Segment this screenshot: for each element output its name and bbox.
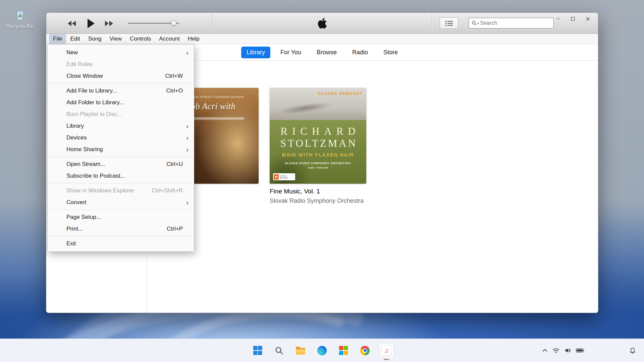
album2-green-band: RICHARD STOLTZMAN MAID WITH FLAXEN HAIR … [270,120,366,184]
battery-icon [576,348,584,353]
rewind-button[interactable] [65,19,78,28]
start-button[interactable] [250,343,265,358]
menu-item-convert[interactable]: Convert › [48,196,194,208]
taskbar-search-button[interactable] [271,343,287,358]
album2-performer-line1: RICHARD [270,125,366,137]
wifi-button[interactable] [552,348,559,353]
recycle-bin-icon: ♻ [13,7,27,21]
submenu-chevron-icon: › [186,196,189,208]
menu-item-subscribe-to-podcast[interactable]: Subscribe to Podcast... [48,170,194,182]
microsoft-store-icon [339,346,348,355]
search-box[interactable]: ▾ [469,18,554,28]
close-button[interactable] [582,14,593,23]
play-button[interactable] [84,17,98,30]
menu-separator [48,83,194,83]
edge-button[interactable] [314,343,330,358]
microsoft-store-button[interactable] [336,343,351,358]
menu-song[interactable]: Song [84,34,106,44]
chrome-icon [360,346,370,355]
album2-title-line: MAID WITH FLAXEN HAIR [270,152,366,158]
volume-slider-knob[interactable] [171,20,176,26]
menu-item-show-in-windows-explorer: Show in Windows Explorer Ctrl+Shift+R [48,185,194,196]
minimize-button[interactable] [552,14,564,23]
album2-photo-band: CLAUDE DEBUSSY [270,88,366,120]
menu-separator [48,236,194,236]
recycle-bin[interactable]: ♻ Recycle Bin [2,7,39,29]
album-cover-fine-music[interactable]: CLAUDE DEBUSSY RICHARD STOLTZMAN MAID WI… [270,88,366,184]
hidden-icons-button[interactable] [542,349,547,352]
menu-controls[interactable]: Controls [126,34,155,44]
menu-item-home-sharing[interactable]: Home Sharing › [48,143,194,155]
tab-browse[interactable]: Browse [311,47,342,58]
itunes-window: ▾ File Edit Song View Controls Account H… [46,12,598,313]
shortcut-label: Ctrl+U [166,161,183,168]
chrome-button[interactable] [357,343,373,358]
menu-separator [48,183,194,183]
shortcut-label: Ctrl+O [166,87,183,94]
tab-radio[interactable]: Radio [347,47,373,58]
submenu-chevron-icon: › [186,132,189,143]
fast-forward-button[interactable] [103,19,115,28]
itunes-button[interactable]: ♫ [379,343,394,358]
tab-library[interactable]: Library [241,47,270,58]
svg-text:♻: ♻ [18,14,22,19]
menu-item-open-stream[interactable]: Open Stream... Ctrl+U [48,158,194,170]
menu-item-exit[interactable]: Exit [48,238,194,249]
view-switcher-button[interactable] [440,17,458,29]
tab-for-you[interactable]: For You [275,47,307,58]
recycle-bin-label: Recycle Bin [2,23,39,29]
speaker-icon [565,348,571,353]
search-input[interactable] [480,20,551,26]
shortcut-label: Ctrl+W [165,73,183,79]
menu-item-close-window[interactable]: Close Window Ctrl+W [48,70,194,82]
toolbar-divider [432,13,432,34]
menu-item-new[interactable]: New › [48,47,194,58]
menu-item-page-setup[interactable]: Page Setup... [48,211,194,223]
search-icon [275,346,283,355]
album2-performer-line2: STOLTZMAN [270,137,366,149]
search-scope-caret-icon: ▾ [477,22,479,25]
chevron-up-icon [542,349,547,352]
menu-item-library[interactable]: Library › [48,120,194,132]
menu-separator [48,157,194,157]
record-label-text: NAVONA RECORDS [280,175,294,179]
album-title[interactable]: Fine Music, Vol. 1 [270,188,380,195]
tab-store[interactable]: Store [378,47,403,58]
shortcut-label: Ctrl+P [167,226,183,232]
menu-item-print[interactable]: Print... Ctrl+P [48,223,194,235]
menu-item-add-folder-to-library[interactable]: Add Folder to Library... [48,97,194,108]
menu-view[interactable]: View [105,34,126,44]
menu-item-burn-playlist-to-disc: Burn Playlist to Disc... [48,108,194,120]
album2-orchestra-line: SLOVAK RADIO SYMPHONY ORCHESTRA [270,162,366,165]
menu-bar: File Edit Song View Controls Account Hel… [46,34,598,44]
album2-conductor-line: KIRK TREVOR [270,166,366,169]
submenu-chevron-icon: › [186,120,189,132]
active-app-indicator [384,359,389,360]
menu-separator [48,209,194,210]
menu-item-devices[interactable]: Devices › [48,132,194,143]
menu-item-add-file-to-library[interactable]: Add File to Library... Ctrl+O [48,85,194,97]
titlebar[interactable]: ▾ [46,13,598,34]
edge-icon [317,346,327,355]
battery-button[interactable] [576,348,584,353]
menu-file[interactable]: File [49,34,66,44]
spoon-photo [278,100,332,116]
list-view-icon [445,20,453,26]
notifications-button[interactable] [629,339,636,362]
album-artist[interactable]: Slovak Radio Symphony Orchestra [270,197,380,204]
maximize-button[interactable] [567,14,579,23]
menu-account[interactable]: Account [155,34,183,44]
volume-button[interactable] [565,348,571,353]
file-menu-dropdown: New › Edit Rules Close Window Ctrl+W Add… [47,44,194,252]
file-explorer-button[interactable] [293,343,308,358]
menu-item-edit-rules: Edit Rules [48,58,194,70]
windows-logo-icon [253,346,262,355]
search-icon [472,20,477,26]
record-label-logo: n NAVONA RECORDS [273,173,295,180]
submenu-chevron-icon: › [186,47,189,58]
record-label-mark: n [274,174,279,180]
shortcut-label: Ctrl+Shift+R [152,187,183,194]
menu-edit[interactable]: Edit [66,34,84,44]
menu-help[interactable]: Help [184,34,204,44]
bell-icon [629,347,636,354]
